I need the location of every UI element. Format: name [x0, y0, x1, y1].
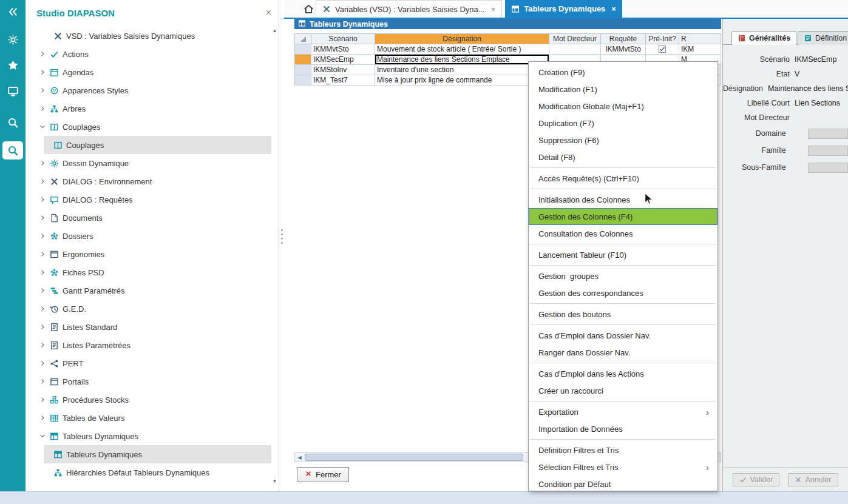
- column-header-requete[interactable]: Requête: [601, 33, 646, 44]
- column-header-mot_directeur[interactable]: Mot Directeur: [549, 33, 601, 44]
- scroll-left-icon[interactable]: ◀: [295, 453, 304, 462]
- tree-item[interactable]: Listes Paramétrées: [25, 336, 271, 354]
- tab-2[interactable]: Tableurs Dynamiques×: [505, 0, 622, 18]
- chevron-right-icon[interactable]: [38, 69, 47, 76]
- tree-item[interactable]: Apparences Styles: [25, 81, 271, 99]
- column-header-pre_init[interactable]: Pré-Init?: [646, 33, 679, 44]
- tree-item[interactable]: Tableurs Dynamiques: [25, 427, 271, 445]
- strip-button-settings[interactable]: [2, 30, 23, 49]
- detail-tab-1[interactable]: Généralités: [731, 31, 796, 45]
- menu-item[interactable]: Consultation des Colonnes: [529, 225, 717, 242]
- menu-item[interactable]: Condition par Défaut: [529, 475, 717, 491]
- chevron-right-icon[interactable]: [38, 178, 47, 185]
- chevron-right-icon[interactable]: [38, 396, 47, 403]
- strip-button-desktop[interactable]: [2, 82, 23, 100]
- strip-button-collapse[interactable]: [2, 2, 23, 21]
- tree-scrollbar[interactable]: ▲ ▼: [271, 28, 278, 484]
- menu-item[interactable]: Lancement Tableur (F10): [529, 246, 717, 263]
- tab-close-icon[interactable]: ×: [491, 5, 496, 14]
- menu-item[interactable]: Ranger dans Dossier Nav.: [529, 344, 717, 361]
- tree-item[interactable]: DIALOG : Environnement: [25, 172, 271, 190]
- tree-item[interactable]: Listes Standard: [25, 318, 271, 336]
- tree-item[interactable]: G.E.D.: [25, 300, 271, 318]
- cell-designation[interactable]: Mise à jour prix ligne de commande: [375, 75, 549, 86]
- tree-item[interactable]: Tableurs Dynamiques: [25, 445, 271, 463]
- chevron-right-icon[interactable]: [38, 105, 47, 112]
- cell-scenario[interactable]: IKMMvtSto: [311, 44, 375, 55]
- chevron-right-icon[interactable]: [38, 414, 47, 422]
- tree-item[interactable]: Portails: [25, 372, 271, 391]
- chevron-right-icon[interactable]: [38, 378, 47, 385]
- menu-item[interactable]: Suppression (F6): [529, 132, 717, 149]
- chevron-right-icon[interactable]: [38, 160, 47, 167]
- menu-item[interactable]: Importation de Données: [529, 420, 717, 437]
- row-selector[interactable]: [294, 55, 311, 65]
- detail-tab-2[interactable]: Définition: [798, 31, 848, 45]
- chevron-down-icon[interactable]: [38, 123, 47, 130]
- menu-item[interactable]: Création (F9): [529, 64, 717, 81]
- scroll-up-icon[interactable]: ▲: [273, 28, 277, 33]
- chevron-right-icon[interactable]: [38, 360, 47, 367]
- chevron-right-icon[interactable]: [38, 232, 47, 240]
- chevron-right-icon[interactable]: [38, 305, 47, 312]
- field-value[interactable]: IKMSecEmp: [795, 55, 836, 64]
- tree-item[interactable]: Ergonomies: [25, 245, 271, 263]
- row-selector[interactable]: [294, 75, 311, 86]
- cell-scenario[interactable]: IKMSecEmp: [311, 55, 375, 65]
- menu-item[interactable]: Initialisation des Colonnes: [529, 191, 717, 208]
- column-header-scenario[interactable]: Scénario: [311, 33, 375, 44]
- menu-item[interactable]: Gestion des boutons: [529, 306, 717, 323]
- tree-item[interactable]: Couplages: [25, 136, 271, 154]
- tree-item[interactable]: Hiérarchies Défaut Tableurs Dynamiques: [25, 463, 271, 482]
- menu-item[interactable]: Sélection Filtres et Tris›: [529, 459, 717, 475]
- home-button[interactable]: [304, 4, 314, 16]
- menu-item[interactable]: Exportation›: [529, 403, 717, 420]
- tree-item[interactable]: VSD : Variables Saisies Dynamiques: [25, 27, 271, 45]
- tree-item[interactable]: Gantt Paramétrés: [25, 281, 271, 300]
- cell-mot_directeur[interactable]: [549, 44, 601, 55]
- strip-button-favorites[interactable]: [2, 56, 23, 74]
- chevron-right-icon[interactable]: [38, 250, 47, 258]
- chevron-right-icon[interactable]: [38, 214, 47, 221]
- menu-item[interactable]: Définition Filtres et Tris: [529, 442, 717, 459]
- menu-item[interactable]: Accès Requête(s) (Ctrl+F10): [529, 170, 717, 187]
- scrollbar-thumb[interactable]: [305, 454, 523, 461]
- column-header-designation[interactable]: Désignation: [375, 33, 549, 44]
- menu-item[interactable]: Détail (F8): [529, 149, 717, 166]
- tree-item[interactable]: Documents: [25, 209, 271, 227]
- tree-item[interactable]: Arbres: [25, 99, 271, 118]
- cell-designation[interactable]: Maintenance des liens Sections Emplace: [375, 55, 549, 65]
- field-value[interactable]: Maintenance des liens Sections Emplace: [768, 84, 848, 93]
- tree-item[interactable]: Dossiers: [25, 227, 271, 245]
- chevron-right-icon[interactable]: [38, 87, 47, 94]
- tree-item[interactable]: Dessin Dynamique: [25, 154, 271, 172]
- tree-item[interactable]: Actions: [25, 45, 271, 63]
- chevron-down-icon[interactable]: [38, 432, 47, 440]
- menu-item[interactable]: Gestion des Colonnes (F4): [529, 208, 717, 225]
- panel-splitter[interactable]: [279, 0, 285, 491]
- tree-item[interactable]: Couplages: [25, 118, 271, 136]
- chevron-right-icon[interactable]: [38, 287, 47, 294]
- tree-item[interactable]: DIALOG : Requêtes: [25, 190, 271, 209]
- cell-scenario[interactable]: IKM_Test7: [311, 75, 375, 86]
- menu-item[interactable]: Gestion des correspondances: [529, 284, 717, 301]
- menu-item[interactable]: Modification Globale (Maj+F1): [529, 98, 717, 115]
- chevron-right-icon[interactable]: [38, 269, 47, 276]
- field-value[interactable]: Lien Sections: [795, 99, 840, 107]
- chevron-right-icon[interactable]: [38, 341, 47, 349]
- field-value[interactable]: V: [795, 70, 799, 78]
- tree-item[interactable]: Tables de Valeurs: [25, 409, 271, 427]
- scroll-down-icon[interactable]: ▼: [273, 479, 277, 484]
- strip-button-search[interactable]: [2, 113, 23, 132]
- menu-item[interactable]: Cas d'Emploi dans les Actions: [529, 365, 717, 382]
- row-selector[interactable]: [294, 44, 311, 55]
- tab-1[interactable]: Variables (VSD) : Variables Saisies Dyna…: [316, 0, 502, 18]
- select-all-header[interactable]: [294, 33, 311, 44]
- cell-pre_init[interactable]: [646, 44, 679, 55]
- menu-item[interactable]: Cas d'Emploi dans Dossier Nav.: [529, 327, 717, 344]
- checked-checkbox-icon[interactable]: [659, 45, 666, 53]
- column-header-last[interactable]: R: [679, 33, 721, 44]
- cell-designation[interactable]: Inventaire d'une section: [375, 65, 549, 75]
- cell-last[interactable]: IKM: [679, 44, 721, 55]
- valider-button[interactable]: Valider: [733, 473, 779, 486]
